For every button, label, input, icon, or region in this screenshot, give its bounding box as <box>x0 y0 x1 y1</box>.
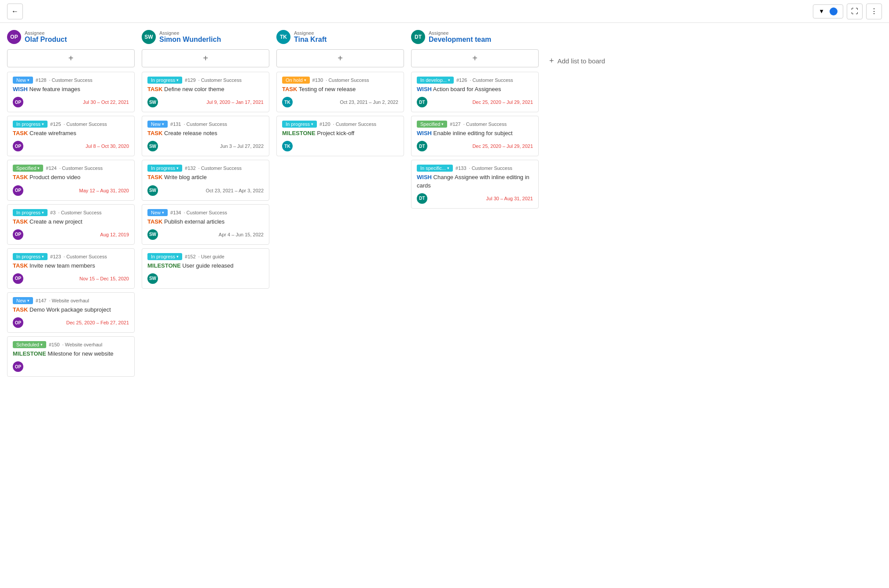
assignee-label: Assignee <box>429 30 491 36</box>
add-list-label: Add list to board <box>558 57 605 65</box>
task-card[interactable]: New ▾ #128 · Customer Success WISH New f… <box>7 72 135 112</box>
card-project: · Customer Success <box>469 165 512 171</box>
card-type: WISH <box>417 86 432 92</box>
card-footer: OP Dec 25, 2020 – Feb 27, 2021 <box>13 317 129 328</box>
card-footer: SW <box>147 273 264 284</box>
status-badge[interactable]: Scheduled ▾ <box>13 341 46 348</box>
status-badge[interactable]: On hold ▾ <box>282 77 310 84</box>
status-badge[interactable]: In develop... ▾ <box>417 77 454 84</box>
dropdown-arrow-icon: ▾ <box>304 78 306 82</box>
status-badge[interactable]: In progress ▾ <box>13 209 48 216</box>
status-badge[interactable]: New ▾ <box>13 297 33 304</box>
column-header: DT Assignee Development team <box>411 30 539 44</box>
card-dates: Nov 15 – Dec 15, 2020 <box>79 276 129 281</box>
status-badge[interactable]: New ▾ <box>13 77 33 84</box>
card-type: WISH <box>13 86 28 92</box>
card-title: TASK Create a new project <box>13 218 129 226</box>
add-card-button[interactable]: + <box>7 49 135 67</box>
card-number: #124 <box>46 165 56 171</box>
status-badge[interactable]: In progress ▾ <box>147 77 182 84</box>
back-button[interactable]: ← <box>7 4 23 19</box>
task-card[interactable]: Specified ▾ #127 · Customer Success WISH… <box>411 116 539 156</box>
card-avatar: DT <box>417 193 427 204</box>
task-card[interactable]: In progress ▾ #132 · Customer Success TA… <box>142 160 269 200</box>
status-badge[interactable]: Specified ▾ <box>417 121 447 128</box>
fullscreen-button[interactable]: ⛶ <box>847 4 863 19</box>
dropdown-arrow-icon: ▾ <box>27 78 29 82</box>
card-type: MILESTONE <box>13 350 46 357</box>
card-dates: Jul 30 – Oct 22, 2021 <box>83 99 129 105</box>
card-number: #131 <box>170 121 181 127</box>
status-badge[interactable]: Specified ▾ <box>13 165 43 172</box>
add-card-button[interactable]: + <box>276 49 404 67</box>
card-type: TASK <box>13 306 28 313</box>
card-dates: Oct 23, 2021 – Jun 2, 2022 <box>340 99 398 105</box>
task-card[interactable]: New ▾ #134 · Customer Success TASK Publi… <box>142 204 269 245</box>
dropdown-arrow-icon: ▾ <box>37 166 40 170</box>
status-badge[interactable]: New ▾ <box>147 121 168 128</box>
card-project: · Customer Success <box>58 210 101 215</box>
task-card[interactable]: New ▾ #147 · Website overhaul TASK Demo … <box>7 292 135 333</box>
more-button[interactable]: ⋮ <box>866 4 882 19</box>
card-meta: New ▾ #134 · Customer Success <box>147 209 264 216</box>
card-dates: May 12 – Aug 31, 2020 <box>79 188 129 193</box>
card-number: #127 <box>450 121 460 127</box>
status-badge[interactable]: New ▾ <box>147 209 168 216</box>
card-number: #147 <box>36 298 46 303</box>
dropdown-arrow-icon: ▾ <box>447 166 449 170</box>
card-dates: Dec 25, 2020 – Jul 29, 2021 <box>472 99 533 105</box>
task-card[interactable]: In progress ▾ #123 · Customer Success TA… <box>7 248 135 289</box>
task-card[interactable]: New ▾ #131 · Customer Success TASK Creat… <box>142 116 269 156</box>
card-project: · Customer Success <box>333 121 376 127</box>
dropdown-arrow-icon: ▾ <box>311 122 313 126</box>
card-type: TASK <box>13 174 28 180</box>
card-avatar: OP <box>13 185 23 196</box>
avatar: DT <box>411 30 425 44</box>
task-card[interactable]: In progress ▾ #125 · Customer Success TA… <box>7 116 135 156</box>
status-badge[interactable]: In progress ▾ <box>13 253 48 260</box>
column-header: TK Assignee Tina Kraft <box>276 30 404 44</box>
task-card[interactable]: In progress ▾ #152 · User guide MILESTON… <box>142 248 269 289</box>
task-card[interactable]: Specified ▾ #124 · Customer Success TASK… <box>7 160 135 200</box>
add-card-button[interactable]: + <box>142 49 269 67</box>
card-type: MILESTONE <box>147 262 181 269</box>
card-dates: Oct 23, 2021 – Apr 3, 2022 <box>206 188 264 193</box>
card-type: WISH <box>417 130 432 136</box>
task-card[interactable]: On hold ▾ #130 · Customer Success TASK T… <box>276 72 404 112</box>
task-card[interactable]: Scheduled ▾ #150 · Website overhaul MILE… <box>7 336 135 377</box>
status-badge[interactable]: In progress ▾ <box>282 121 317 128</box>
status-badge[interactable]: In progress ▾ <box>13 121 48 128</box>
task-card[interactable]: In progress ▾ #129 · Customer Success TA… <box>142 72 269 112</box>
status-badge[interactable]: In specific... ▾ <box>417 165 453 172</box>
card-footer: SW Oct 23, 2021 – Apr 3, 2022 <box>147 185 264 196</box>
card-avatar: SW <box>147 141 158 151</box>
card-dates: Dec 25, 2020 – Feb 27, 2021 <box>66 320 129 325</box>
filter-button[interactable]: ▼ <box>813 4 843 18</box>
card-type: TASK <box>13 218 28 225</box>
add-card-button[interactable]: + <box>411 49 539 67</box>
task-card[interactable]: In develop... ▾ #126 · Customer Success … <box>411 72 539 112</box>
column-simon: SW Assignee Simon Wunderlich + In progre… <box>142 30 269 292</box>
card-project: · Customer Success <box>470 77 513 83</box>
add-list-button[interactable]: + Add list to board <box>546 53 609 69</box>
task-card[interactable]: In specific... ▾ #133 · Customer Success… <box>411 160 539 208</box>
more-icon: ⋮ <box>871 7 878 15</box>
card-meta: In progress ▾ #129 · Customer Success <box>147 77 264 84</box>
assignee-name: Simon Wunderlich <box>159 36 221 44</box>
card-meta: In progress ▾ #3 · Customer Success <box>13 209 129 216</box>
task-card[interactable]: In progress ▾ #120 · Customer Success MI… <box>276 116 404 156</box>
avatar: SW <box>142 30 156 44</box>
card-avatar: DT <box>417 97 427 107</box>
plus-icon: + <box>549 56 554 66</box>
status-badge[interactable]: In progress ▾ <box>147 165 182 172</box>
card-title: TASK Write blog article <box>147 173 264 181</box>
card-project: · Customer Success <box>184 210 227 215</box>
card-dates: Jul 8 – Oct 30, 2020 <box>86 143 129 149</box>
task-card[interactable]: In progress ▾ #3 · Customer Success TASK… <box>7 204 135 245</box>
card-footer: SW Jun 3 – Jul 27, 2022 <box>147 141 264 151</box>
dropdown-arrow-icon: ▾ <box>27 298 29 303</box>
card-meta: In progress ▾ #123 · Customer Success <box>13 253 129 260</box>
card-project: · Customer Success <box>59 165 103 171</box>
assignee-label: Assignee <box>294 30 327 36</box>
status-badge[interactable]: In progress ▾ <box>147 253 182 260</box>
